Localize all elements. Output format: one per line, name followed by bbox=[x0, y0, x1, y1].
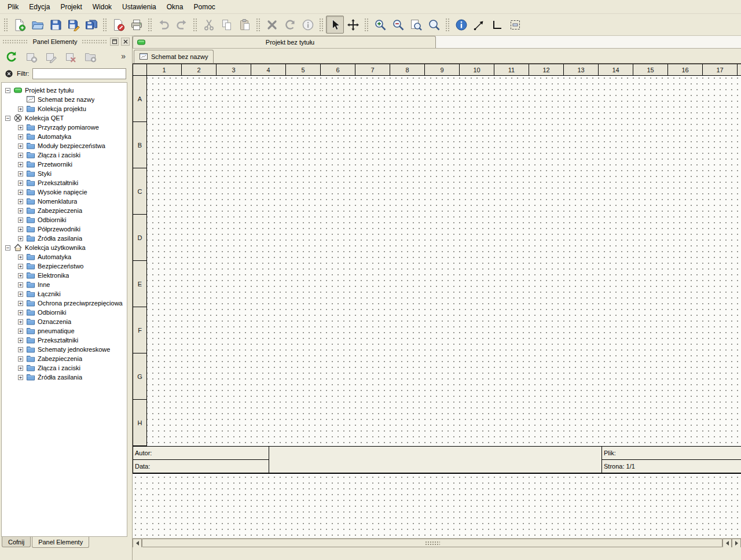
tree-item-przekszta-tniki[interactable]: +Przekształtniki bbox=[2, 336, 127, 345]
tree-expander-minus[interactable]: − bbox=[5, 116, 10, 121]
elements-tree[interactable]: −Projekt bez tytułuSchemat bez nazwy+Kol… bbox=[1, 82, 127, 537]
new-project-button[interactable] bbox=[10, 16, 28, 34]
tree-expander-minus[interactable]: − bbox=[5, 245, 10, 250]
menu-edycja[interactable]: Edycja bbox=[24, 1, 55, 13]
dock-float-button[interactable] bbox=[110, 38, 119, 46]
tree-expander-plus[interactable]: + bbox=[18, 190, 23, 195]
tree-expander-plus[interactable]: + bbox=[18, 180, 23, 186]
tree-item-przekszta-tniki[interactable]: +Przekształtniki bbox=[2, 178, 127, 187]
zoom-fit-button[interactable] bbox=[407, 16, 425, 34]
tree-item-kolekcja-projektu[interactable]: +Kolekcja projektu bbox=[2, 104, 127, 113]
selection-mode-button[interactable] bbox=[326, 16, 344, 34]
project-tab[interactable]: Projekt bez tytułu bbox=[133, 36, 436, 48]
menu-pomoc[interactable]: Pomoc bbox=[188, 1, 220, 13]
tree-item-modu-y-bezpiecze-stwa[interactable]: +Moduły bezpieczeństwa bbox=[2, 141, 127, 150]
tree-expander-plus[interactable]: + bbox=[18, 264, 23, 269]
tree-expander-plus[interactable]: + bbox=[18, 125, 23, 130]
tree-expander-plus[interactable]: + bbox=[18, 356, 23, 362]
tree-item-inne[interactable]: +Inne bbox=[2, 280, 127, 289]
tab-undo-history[interactable]: Cofnij bbox=[2, 537, 31, 547]
tab-elements-panel[interactable]: Panel Elementy bbox=[32, 537, 89, 548]
tree-expander-plus[interactable]: + bbox=[18, 171, 23, 176]
menu-ustawienia[interactable]: Ustawienia bbox=[117, 1, 162, 13]
tree-item-schemat-bez-nazwy[interactable]: Schemat bez nazwy bbox=[2, 95, 127, 104]
toolbar-handle[interactable] bbox=[102, 18, 107, 32]
tree-item-kolekcja-u-ytkownika[interactable]: −Kolekcja użytkownika bbox=[2, 243, 127, 252]
diagram-properties-button[interactable] bbox=[452, 16, 470, 34]
elements-panel-titlebar[interactable]: Panel Elementy bbox=[0, 36, 132, 46]
tree-expander-plus[interactable]: + bbox=[18, 329, 23, 334]
scrollbar-thumb[interactable] bbox=[142, 539, 722, 547]
tree-item-p-przewodniki[interactable]: +Półprzewodniki bbox=[2, 224, 127, 234]
toolbar-handle[interactable] bbox=[445, 18, 450, 32]
delete-button[interactable] bbox=[263, 16, 281, 34]
tree-item-schematy-jednokreskowe[interactable]: +Schematy jednokreskowe bbox=[2, 345, 127, 354]
tree-expander-plus[interactable]: + bbox=[18, 162, 23, 167]
visualisation-mode-button[interactable] bbox=[344, 16, 362, 34]
close-file-button[interactable] bbox=[109, 16, 127, 34]
toolbar-handle[interactable] bbox=[3, 18, 8, 32]
tree-expander-plus[interactable]: + bbox=[18, 347, 23, 352]
element-info-button[interactable] bbox=[299, 16, 317, 34]
tree-item-przetworniki[interactable]: +Przetworniki bbox=[2, 160, 127, 169]
tree-item-z-cza-i-zaciski[interactable]: +Złącza i zaciski bbox=[2, 150, 127, 160]
tree-item-czniki[interactable]: +Łączniki bbox=[2, 289, 127, 299]
tree-expander-plus[interactable]: + bbox=[18, 208, 23, 213]
tree-expander-plus[interactable]: + bbox=[18, 310, 23, 315]
tree-expander-plus[interactable]: + bbox=[18, 134, 23, 139]
tree-item-oznaczenia[interactable]: +Oznaczenia bbox=[2, 317, 127, 326]
diagram-canvas[interactable]: 1234567891011121314151617 ABCDEFGH Autor… bbox=[133, 64, 741, 538]
save-as-button[interactable] bbox=[64, 16, 82, 34]
tree-item-wysokie-napi-cie[interactable]: +Wysokie napięcie bbox=[2, 187, 127, 197]
new-element-button[interactable] bbox=[23, 49, 39, 65]
toolbar-handle[interactable] bbox=[256, 18, 261, 32]
scroll-left-button-secondary[interactable] bbox=[722, 539, 732, 548]
edit-element-button[interactable] bbox=[43, 49, 59, 65]
tree-item-ochrona-przeciwprzepi-ciowa[interactable]: +Ochrona przeciwprzepięciowa bbox=[2, 299, 127, 308]
undo-button[interactable] bbox=[155, 16, 173, 34]
tree-item-odbiorniki[interactable]: +Odbiorniki bbox=[2, 308, 127, 317]
tree-expander-plus[interactable]: + bbox=[18, 292, 23, 297]
tree-expander-plus[interactable]: + bbox=[18, 319, 23, 325]
zoom-in-button[interactable] bbox=[371, 16, 389, 34]
copy-button[interactable] bbox=[218, 16, 236, 34]
toolbar-overflow-button[interactable]: » bbox=[118, 51, 129, 62]
toolbar-handle[interactable] bbox=[193, 18, 197, 32]
cut-button[interactable] bbox=[200, 16, 218, 34]
rotate-button[interactable] bbox=[281, 16, 299, 34]
add-conductor-button[interactable] bbox=[470, 16, 488, 34]
horizontal-scrollbar[interactable] bbox=[133, 538, 741, 547]
scrollbar-track[interactable] bbox=[142, 539, 722, 547]
tree-expander-plus[interactable]: + bbox=[18, 236, 23, 241]
reload-collections-button[interactable] bbox=[3, 49, 20, 65]
tree-expander-plus[interactable]: + bbox=[18, 301, 23, 306]
scroll-right-button[interactable] bbox=[732, 539, 741, 548]
tree-expander-plus[interactable]: + bbox=[18, 199, 23, 204]
tree-item-pneumatique[interactable]: +pneumatique bbox=[2, 326, 127, 336]
tree-expander-plus[interactable]: + bbox=[18, 273, 23, 278]
title-block[interactable]: Autor: Data: Plik: Strona: 1/1 bbox=[133, 446, 741, 474]
filter-input[interactable] bbox=[32, 68, 126, 79]
clear-filter-icon[interactable] bbox=[5, 69, 13, 78]
toolbar-handle[interactable] bbox=[148, 18, 152, 32]
print-button[interactable] bbox=[127, 16, 145, 34]
tree-expander-plus[interactable]: + bbox=[18, 366, 23, 371]
tree-item-automatyka[interactable]: +Automatyka bbox=[2, 252, 127, 261]
tree-item-bezpiecze-stwo[interactable]: +Bezpieczeństwo bbox=[2, 261, 127, 271]
tree-item-odbiorniki[interactable]: +Odbiorniki bbox=[2, 215, 127, 224]
zoom-out-button[interactable] bbox=[389, 16, 407, 34]
toolbar-handle[interactable] bbox=[364, 18, 369, 32]
open-project-button[interactable] bbox=[28, 16, 46, 34]
diagram-tab[interactable]: Schemat bez nazwy bbox=[134, 50, 214, 63]
tree-expander-plus[interactable]: + bbox=[18, 143, 23, 149]
tree-expander-plus[interactable]: + bbox=[18, 218, 23, 223]
add-column-row-button[interactable] bbox=[488, 16, 506, 34]
tree-expander-plus[interactable]: + bbox=[18, 106, 23, 112]
tree-item-zabezpieczenia[interactable]: +Zabezpieczenia bbox=[2, 206, 127, 215]
dock-close-button[interactable] bbox=[121, 38, 130, 46]
tree-item-kolekcja-qet[interactable]: −Kolekcja QET bbox=[2, 113, 127, 123]
menu-widok[interactable]: Widok bbox=[87, 1, 117, 13]
tree-expander-plus[interactable]: + bbox=[18, 282, 23, 288]
tree-expander-plus[interactable]: + bbox=[18, 153, 23, 158]
tree-item-z-cza-i-zaciski[interactable]: +Złącza i zaciski bbox=[2, 363, 127, 373]
